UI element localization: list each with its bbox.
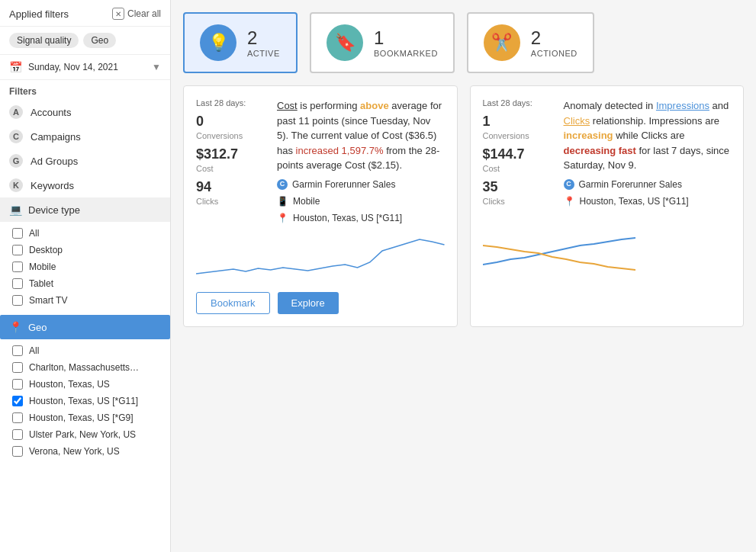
device-checkbox-mobile[interactable] xyxy=(12,262,23,272)
actioned-icon: ✂️ xyxy=(484,24,520,61)
geo-checkbox-houston-g9[interactable] xyxy=(12,412,23,423)
device-type-section[interactable]: 💻 Device type xyxy=(0,197,170,222)
sidebar-item-ad-groups[interactable]: G Ad Groups xyxy=(0,149,170,173)
filters-section-label: Filters xyxy=(0,80,170,100)
device-option-smart-tv[interactable]: Smart TV xyxy=(12,292,161,309)
card2-while: while Clicks are xyxy=(616,130,684,141)
card1-campaign-name: Garmin Forerunner Sales xyxy=(292,178,395,191)
card2-conversions-label: Conversions xyxy=(483,131,552,140)
sidebar-item-keywords[interactable]: K Keywords xyxy=(0,173,170,197)
device-type-icon: 💻 xyxy=(9,204,22,216)
campaign-icon: C xyxy=(277,179,288,190)
geo-option-houston-tx[interactable]: Houston, Texas, US xyxy=(12,376,161,393)
sidebar-item-campaigns[interactable]: C Campaigns xyxy=(0,124,170,149)
card1-conversions-label: Conversions xyxy=(196,131,265,140)
device-checkbox-tablet[interactable] xyxy=(12,278,23,289)
geo-checkbox-houston-tx[interactable] xyxy=(12,379,23,390)
card2-rel: relationship. Impressions are xyxy=(593,115,719,127)
stat-card-bookmarked[interactable]: 🔖 1 Bookmarked xyxy=(310,12,455,73)
bookmarked-number: 1 xyxy=(374,27,438,49)
geo-checkbox-houston-g11[interactable] xyxy=(12,396,23,406)
date-row[interactable]: 📅 Sunday, Nov 14, 2021 ▼ xyxy=(0,55,170,80)
device-option-tablet[interactable]: Tablet xyxy=(12,275,161,292)
device-checkbox-smart-tv[interactable] xyxy=(12,295,23,306)
card2-desc-pre: Anomaly detected in xyxy=(564,100,656,111)
insight-card-1: Last 28 days: 0 Conversions $312.7 Cost … xyxy=(183,85,458,327)
device-type-label: Device type xyxy=(28,204,80,216)
clear-all-button[interactable]: ✕ Clear all xyxy=(112,8,161,20)
card1-stats: Last 28 days: 0 Conversions $312.7 Cost … xyxy=(196,98,265,225)
campaigns-icon: C xyxy=(9,130,23,143)
card2-and: and xyxy=(713,100,729,111)
ad-groups-icon: G xyxy=(9,154,23,168)
geo-option-verona[interactable]: Verona, New York, US xyxy=(12,443,161,460)
bookmark-button[interactable]: Bookmark xyxy=(196,292,270,314)
bookmarked-info: 1 Bookmarked xyxy=(374,27,438,58)
active-label: Active xyxy=(247,49,280,58)
actioned-info: 2 Actioned xyxy=(531,27,577,58)
card2-meta: C Garmin Forerunner Sales 📍 Houston, Tex… xyxy=(564,178,732,208)
card1-top: Last 28 days: 0 Conversions $312.7 Cost … xyxy=(196,98,445,225)
card2-impressions-link[interactable]: Impressions xyxy=(656,100,709,111)
filter-tags-row: Signal quality Geo xyxy=(0,27,170,55)
device-checkbox-desktop[interactable] xyxy=(12,245,23,255)
geo-checkbox-charlton[interactable] xyxy=(12,362,23,373)
stat-card-active[interactable]: 💡 2 Active xyxy=(183,12,298,73)
geo-checkbox-ulster-park[interactable] xyxy=(12,429,23,440)
geo-option-houston-g9[interactable]: Houston, Texas, US [*G9] xyxy=(12,409,161,426)
card2-location: 📍 Houston, Texas, US [*G11] xyxy=(564,194,732,208)
card2-clicks-link[interactable]: Clicks xyxy=(564,115,590,127)
device-option-mobile[interactable]: Mobile xyxy=(12,258,161,275)
applied-filters-header: Applied filters ✕ Clear all xyxy=(0,0,170,27)
card1-desc-pre: is performing xyxy=(300,100,360,111)
card1-cost-label: Cost xyxy=(196,164,265,173)
device-option-all[interactable]: All xyxy=(12,225,161,242)
geo-option-all[interactable]: All xyxy=(12,342,161,359)
card1-device-label: Mobile xyxy=(293,194,320,208)
actioned-number: 2 xyxy=(531,27,577,49)
geo-icon: 📍 xyxy=(9,321,22,333)
device-option-desktop[interactable]: Desktop xyxy=(12,242,161,258)
bookmarked-label: Bookmarked xyxy=(374,49,438,58)
card1-conversions-value: 0 xyxy=(196,114,265,130)
card2-clicks-label: Clicks xyxy=(483,197,552,206)
explore-button[interactable]: Explore xyxy=(278,292,339,314)
device-type-options: All Desktop Mobile Tablet Smart TV xyxy=(0,222,170,312)
card1-period: Last 28 days: xyxy=(196,98,265,108)
card2-clicks-value: 35 xyxy=(483,179,552,195)
geo-section[interactable]: 📍 Geo xyxy=(0,315,170,339)
filter-tag-signal-quality[interactable]: Signal quality xyxy=(9,33,79,48)
card2-campaign: C Garmin Forerunner Sales xyxy=(564,178,732,191)
geo-checkbox-all[interactable] xyxy=(12,345,23,356)
card2-campaign-name: Garmin Forerunner Sales xyxy=(579,178,682,191)
active-number: 2 xyxy=(247,27,280,49)
stat-card-actioned[interactable]: ✂️ 2 Actioned xyxy=(467,12,594,73)
device-checkbox-all[interactable] xyxy=(12,228,23,239)
card1-above: above xyxy=(360,100,389,111)
geo-option-houston-g11[interactable]: Houston, Texas, US [*G11] xyxy=(12,393,161,409)
card2-location-label: Houston, Texas, US [*G11] xyxy=(580,194,689,208)
pin-icon: 📍 xyxy=(277,211,288,225)
geo-option-ulster-park[interactable]: Ulster Park, New York, US xyxy=(12,426,161,443)
card2-chart xyxy=(483,230,732,276)
card2-decreasing: decreasing fast xyxy=(564,145,636,156)
active-info: 2 Active xyxy=(247,27,280,58)
geo-option-charlton[interactable]: Charlton, Massachusetts… xyxy=(12,359,161,376)
card1-chart xyxy=(196,236,445,281)
actioned-label: Actioned xyxy=(531,49,577,58)
card1-pct: 1,597.7% xyxy=(342,145,384,156)
card2-increasing: increasing xyxy=(564,130,613,141)
filter-tag-geo[interactable]: Geo xyxy=(83,33,116,48)
card2-text: Anomaly detected in Impressions and Clic… xyxy=(564,98,732,210)
active-icon: 💡 xyxy=(200,24,236,61)
sidebar-item-accounts[interactable]: A Accounts xyxy=(0,100,170,124)
card1-device: 📱 Mobile xyxy=(277,194,445,208)
main-content: 💡 2 Active 🔖 1 Bookmarked ✂️ 2 Actioned xyxy=(171,0,756,552)
geo-label: Geo xyxy=(28,322,47,333)
geo-checkbox-verona[interactable] xyxy=(12,446,23,457)
keywords-label: Keywords xyxy=(31,180,74,191)
geo-options: All Charlton, Massachusetts… Houston, Te… xyxy=(0,339,170,463)
calendar-icon: 📅 xyxy=(9,61,22,73)
card1-location-label: Houston, Texas, US [*G11] xyxy=(293,211,402,225)
card1-cost-link[interactable]: Cost xyxy=(277,100,298,111)
